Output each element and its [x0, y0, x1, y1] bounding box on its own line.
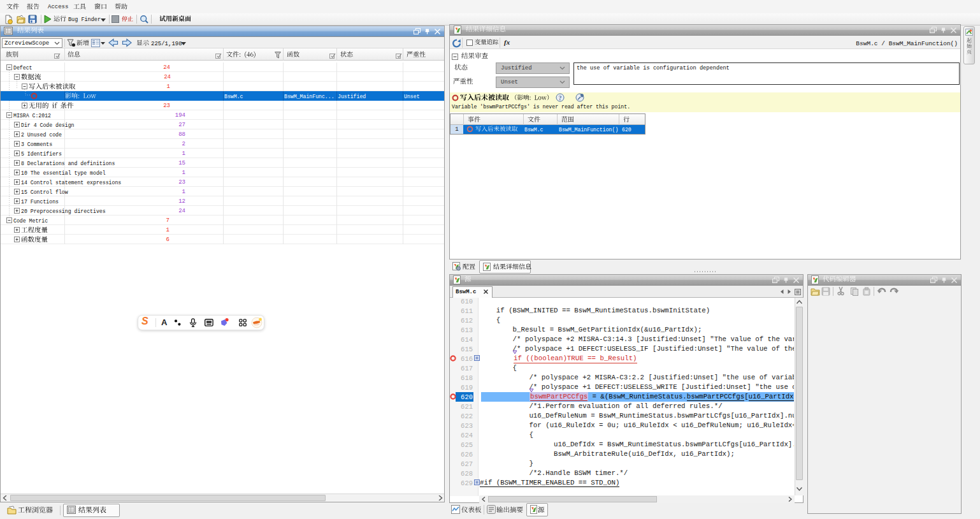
svg-text:?: ?: [559, 94, 562, 101]
